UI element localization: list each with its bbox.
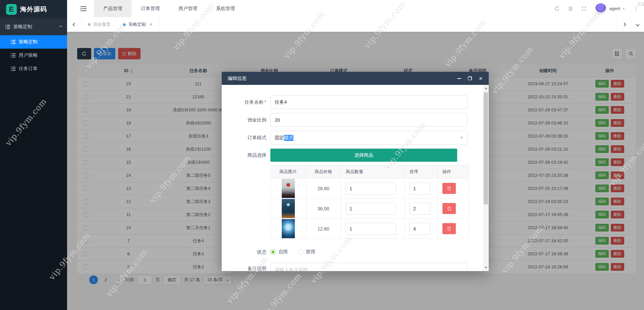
sidebar-toggle-icon[interactable] [80,6,87,11]
list-icon [11,67,15,71]
field-label: 佣金比例 [222,117,266,123]
form-row-order-mode: 订单模式 [222,131,266,145]
trash-icon [447,186,451,191]
remove-product-button[interactable] [442,183,456,194]
trash-icon [447,206,451,211]
product-header-row: 商品图片 商品价格 商品数量 排序 操作 [271,165,469,178]
sidebar-group-label: 策略定制 [13,24,32,30]
list-icon [11,40,15,44]
field-label: 任务名称* [222,99,266,105]
refresh-icon[interactable] [554,6,559,11]
tab-dot [123,23,126,26]
product-price: 36.00 [306,199,341,219]
nav-item-user[interactable]: 用户管理 [169,0,207,17]
fullscreen-icon[interactable] [582,6,586,11]
trash-icon [447,226,451,231]
product-qty-input[interactable] [346,223,396,235]
list-icon [11,53,15,57]
corner-watermark: 正版 [637,1,644,7]
form-row-task-name: 任务名称* [222,95,266,109]
product-image [282,219,295,238]
top-header: 产品管理 订单管理 用户管理 系统管理 agent ▾ ⋮ [67,0,644,17]
product-sort-input[interactable] [410,203,430,215]
sidebar-item-label: 用户策略 [19,52,38,58]
radio-icon [298,249,303,255]
status-radio-disabled[interactable]: 禁用 [298,249,315,255]
caret-down-icon [460,137,463,139]
pick-product-button[interactable]: 选择商品 [270,149,457,162]
tab-label: 后台首页 [93,21,111,28]
field-label: 商品选择 [222,152,266,158]
sidebar-item-task-orders[interactable]: 任务订单 [0,62,67,75]
nav-item-order[interactable]: 订单管理 [131,0,169,17]
app-logo: E 海外源码 [0,0,67,18]
scrollbar-thumb[interactable] [484,92,488,204]
close-icon[interactable]: ✕ [479,76,483,81]
remark-input[interactable] [270,263,468,271]
form-row-status: 状态 [222,247,266,257]
tab-strategy-custom[interactable]: 策略定制 ✕ [117,17,159,32]
tab-dot [88,23,91,26]
minimize-icon[interactable] [457,78,461,79]
tab-dashboard[interactable]: 后台首页 [82,17,117,32]
order-mode-select[interactable]: 固定模式 [270,131,468,145]
logo-icon: E [6,4,17,15]
status-radio-enabled[interactable]: 启用 [270,249,288,255]
tabs-scroll-left-button[interactable] [67,17,82,32]
field-label: 订单模式 [222,135,266,141]
sidebar-item-user-strategy[interactable]: 用户策略 [0,49,67,62]
product-row: 36.00 [271,199,469,219]
modal-title: 编辑信息 [228,75,247,82]
page-tab-bar: 后台首页 策略定制 ✕ [67,17,644,32]
modal-header[interactable]: 编辑信息 ✕ [222,72,489,85]
chevron-up-icon [59,25,62,28]
trash-icon[interactable] [568,6,573,11]
tabs-menu-button[interactable] [631,17,644,32]
tab-close-icon[interactable]: ✕ [149,22,153,27]
required-mark: * [265,99,266,105]
sidebar-item-strategy-custom[interactable]: 策略定制 [0,35,67,49]
tabs-scroll-right-button[interactable] [617,17,631,32]
product-sort-input[interactable] [410,183,430,195]
sidebar-item-label: 任务订单 [19,66,38,72]
col-product-sort: 排序 [405,165,438,178]
maximize-icon[interactable] [468,76,472,80]
list-icon [5,25,10,29]
form-row-remark: 备注说明 [222,262,266,271]
avatar[interactable] [595,3,606,14]
remove-product-button[interactable] [442,223,456,234]
nav-item-system[interactable]: 系统管理 [207,0,244,17]
nav-item-product[interactable]: 产品管理 [94,0,131,17]
sidebar: E 海外源码 策略定制 策略定制 用户策略 任务订单 [0,0,67,310]
product-price: 28.80 [306,178,341,199]
product-qty-input[interactable] [346,203,396,215]
form-row-commission: 佣金比例 [222,113,266,127]
col-product-actions: 操作 [438,165,469,178]
sidebar-group-strategy[interactable]: 策略定制 [0,18,67,35]
remove-product-button[interactable] [442,203,456,214]
product-qty-input[interactable] [346,183,396,195]
scroll-up-arrow[interactable] [483,86,489,91]
caret-down-icon: ▾ [623,7,625,10]
modal-body: 任务名称* 佣金比例 订单模式 固定模式 商品选择 选择商品 商品图片 商品价格 [222,85,489,271]
col-product-image: 商品图片 [271,165,306,178]
form-row-product-select: 商品选择 [222,149,266,162]
order-mode-value: 固定 [275,135,284,141]
task-name-input[interactable] [270,95,468,109]
user-menu[interactable]: agent ▾ [595,3,625,14]
product-image [282,199,295,218]
commission-input[interactable] [270,113,468,127]
product-sort-input[interactable] [410,223,430,235]
product-row: 12.60 [271,219,469,239]
col-product-price: 商品价格 [306,165,341,178]
order-mode-selected-text: 模式 [284,135,293,141]
top-nav: 产品管理 订单管理 用户管理 系统管理 [94,0,244,17]
tab-label: 策略定制 [128,21,146,28]
col-product-qty: 商品数量 [341,165,405,178]
sidebar-item-label: 策略定制 [19,39,38,45]
modal-scrollbar [483,85,489,271]
field-label: 状态 [222,249,266,255]
edit-info-modal: 编辑信息 ✕ 任务名称* 佣金比例 订单模式 固定模式 商品选择 选择商品 [222,72,489,271]
field-label: 备注说明 [222,266,266,271]
scroll-down-arrow[interactable] [483,265,489,270]
